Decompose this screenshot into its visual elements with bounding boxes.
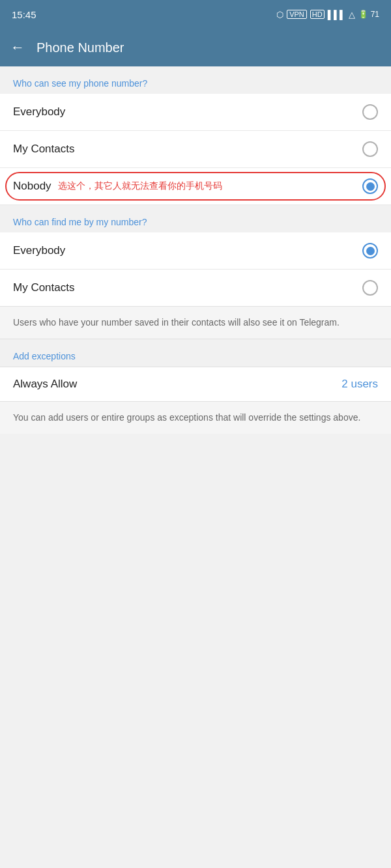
option-see-nobody[interactable]: Nobody 选这个，其它人就无法查看你的手机号码 xyxy=(0,168,391,205)
back-button[interactable]: ← xyxy=(10,39,25,56)
signal-icon: ▌▌▌ xyxy=(328,10,346,20)
status-time: 15:45 xyxy=(12,9,36,20)
option-see-mycontacts-label: My Contacts xyxy=(13,143,74,156)
bottom-spacer xyxy=(0,434,391,629)
battery-icon: 🔋 71 xyxy=(358,10,379,19)
nobody-text: Nobody xyxy=(13,180,51,193)
status-bar: 15:45 ⬡ VPN HD ▌▌▌ △ 🔋 71 xyxy=(0,0,391,29)
option-find-everybody[interactable]: Everybody xyxy=(0,232,391,270)
add-exceptions-label[interactable]: Add exceptions xyxy=(0,339,391,367)
option-see-everybody[interactable]: Everybody xyxy=(0,94,391,131)
info-box-2: You can add users or entire groups as ex… xyxy=(0,402,391,434)
option-see-nobody-label: Nobody 选这个，其它人就无法查看你的手机号码 xyxy=(13,180,222,193)
radio-see-everybody[interactable] xyxy=(362,104,378,120)
radio-find-everybody[interactable] xyxy=(362,243,378,259)
section1-label: Who can see my phone number? xyxy=(0,66,391,94)
info-box-1: Users who have your number saved in thei… xyxy=(0,306,391,339)
option-see-mycontacts[interactable]: My Contacts xyxy=(0,131,391,168)
option-find-mycontacts[interactable]: My Contacts xyxy=(0,270,391,306)
radio-see-mycontacts[interactable] xyxy=(362,141,378,157)
always-allow-label: Always Allow xyxy=(13,378,77,391)
options-find-group: Everybody My Contacts xyxy=(0,232,391,306)
vpn-badge: VPN xyxy=(287,10,307,19)
page-title: Phone Number xyxy=(36,40,124,55)
nobody-annotation: 选这个，其它人就无法查看你的手机号码 xyxy=(58,180,222,192)
status-icons: ⬡ VPN HD ▌▌▌ △ 🔋 71 xyxy=(276,10,379,20)
option-find-everybody-label: Everybody xyxy=(13,244,65,257)
content: Who can see my phone number? Everybody M… xyxy=(0,66,391,629)
section2-label: Who can find me by my number? xyxy=(0,205,391,232)
wifi-icon: △ xyxy=(349,10,355,20)
radio-see-nobody[interactable] xyxy=(362,178,378,194)
radio-find-mycontacts[interactable] xyxy=(362,280,378,296)
bluetooth-icon: ⬡ xyxy=(276,10,283,20)
hd-badge: HD xyxy=(310,10,325,19)
option-see-everybody-label: Everybody xyxy=(13,105,65,119)
option-find-mycontacts-label: My Contacts xyxy=(13,281,74,294)
header: ← Phone Number xyxy=(0,29,391,66)
always-allow-row[interactable]: Always Allow 2 users xyxy=(0,367,391,402)
options-see-group: Everybody My Contacts Nobody 选这个，其它人就无法查… xyxy=(0,94,391,205)
always-allow-count: 2 users xyxy=(341,378,378,391)
